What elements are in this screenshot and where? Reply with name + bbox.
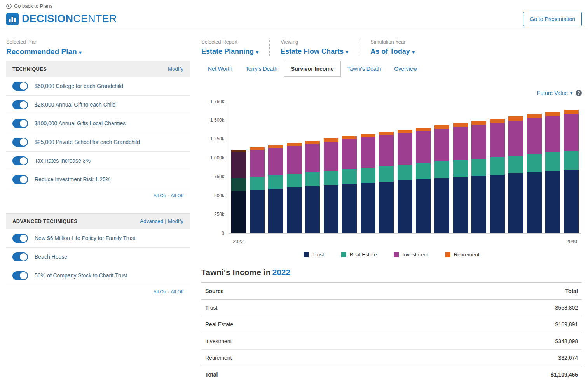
income-bar-2025[interactable] [287,102,302,233]
income-table-total-row: Total $1,109,465 [201,366,582,383]
segment-real-estate [287,174,302,187]
back-link-label: Go back to Plans [14,3,52,9]
top-bar: Go back to Plans DECISIONCENTER Go to Pr… [0,0,588,30]
techniques-all-off-link[interactable]: All Off [171,193,183,198]
technique-row: Tax Rates Increase 3% [6,152,190,170]
segment-trust [527,172,542,233]
income-bar-2029[interactable] [361,102,375,233]
tab-terry-s-death[interactable]: Terry's Death [239,61,284,76]
technique-toggle[interactable] [12,175,28,184]
sidebar-section-gap [6,202,190,213]
technique-row: $60,000 College for each Grandchild [6,77,190,96]
go-to-presentation-button[interactable]: Go to Presentation [523,12,582,26]
segment-investment [434,129,449,161]
toggle-knob [20,101,27,109]
segment-real-estate [508,156,523,173]
technique-toggle[interactable] [12,252,28,261]
app-logo: DECISIONCENTER [6,13,117,25]
techniques-all-on-link[interactable]: All On [154,193,166,198]
legend-item-investment: Investment [394,252,428,258]
back-arrow-icon [6,4,12,9]
chevron-down-icon: ▾ [346,49,348,55]
income-bar-2035[interactable] [471,102,486,233]
technique-label: New $6 Million Life Policy for Family Tr… [35,235,135,241]
technique-row: $25,000 Private School for each Grandchi… [6,133,190,152]
income-table: Source Total Trust$558,802Real Estate$16… [201,283,582,383]
segment-investment [545,116,560,152]
segment-retirement [305,141,320,144]
y-axis-tick-label: 750k [214,174,224,179]
segment-trust [416,179,431,233]
segment-real-estate [471,159,486,176]
income-bar-2039[interactable] [545,102,560,233]
y-axis-tick-label: 500k [214,193,224,198]
tab-overview[interactable]: Overview [387,61,423,76]
technique-toggle[interactable] [12,100,28,109]
income-bar-2038[interactable] [527,102,542,233]
income-bar-2037[interactable] [508,102,523,233]
technique-row: Reduce Investment Risk 1.25% [6,170,190,189]
income-bar-2030[interactable] [379,102,394,233]
advanced-all-on-link[interactable]: All On [154,289,166,294]
plan-sidebar: Selected Plan Recommended Plan▾ TECHNIQU… [6,30,190,383]
technique-toggle[interactable] [12,234,28,243]
segment-trust [324,185,338,233]
report-group-dropdown[interactable]: As of Today▾ [370,47,415,56]
report-group-simulation-year: Simulation YearAs of Today▾ [359,39,426,56]
toggle-knob [20,176,27,183]
income-bar-2040[interactable] [564,102,579,233]
segment-real-estate [453,160,468,177]
income-table-header: Source Total [201,283,582,300]
advanced-modify-link[interactable]: Advanced | Modify [140,218,183,224]
legend-item-retirement: Retirement [445,252,480,258]
income-bar-2034[interactable] [453,102,468,233]
segment-investment [231,152,246,178]
total-row-label: Total [205,371,218,378]
technique-toggle[interactable] [12,271,28,280]
segment-retirement [508,116,523,121]
legend-label: Trust [312,252,324,258]
tab-net-worth[interactable]: Net Worth [201,61,239,76]
technique-toggle[interactable] [12,119,28,128]
technique-toggle[interactable] [12,138,28,147]
technique-toggle[interactable] [12,156,28,165]
go-back-link[interactable]: Go back to Plans [6,3,52,9]
x-axis-start-label: 2022 [230,239,246,244]
logo-secondary: CENTER [73,13,117,25]
income-bar-2027[interactable] [324,102,338,233]
segment-real-estate [416,163,431,179]
income-bar-2023[interactable] [250,102,265,233]
report-group-dropdown[interactable]: Estate Planning▾ [201,47,258,56]
income-bar-2033[interactable] [434,102,449,233]
toggle-knob [20,272,27,279]
income-row-total: $169,891 [555,321,578,328]
report-group-dropdown[interactable]: Estate Flow Charts▾ [281,47,348,56]
advanced-all-off-link[interactable]: All Off [171,289,183,294]
income-bar-2022[interactable] [231,102,246,233]
tab-tawni-s-death[interactable]: Tawni's Death [341,61,388,76]
technique-label: $25,000 Private School for each Grandchi… [35,139,140,145]
income-bar-2032[interactable] [416,102,431,233]
report-group-value: As of Today [370,47,410,55]
help-icon[interactable]: ? [576,90,582,96]
legend-swatch-investment [394,252,399,257]
modify-techniques-link[interactable]: Modify [168,66,183,72]
income-row-total: $348,098 [555,338,578,344]
report-group-label: Viewing [281,39,348,45]
segment-trust [508,173,523,233]
income-bar-2024[interactable] [268,102,283,233]
future-value-dropdown[interactable]: Future Value▾ [537,90,572,96]
selected-plan-dropdown[interactable]: Recommended Plan▾ [6,47,190,56]
income-row-total: $32,674 [558,355,578,361]
income-bar-2031[interactable] [398,102,412,233]
income-row-real-estate: Real Estate$169,891 [201,316,582,333]
segment-trust [250,190,265,233]
segment-trust [231,191,246,233]
segment-investment [305,144,320,172]
technique-toggle[interactable] [12,82,28,91]
segment-trust [398,180,412,233]
income-bar-2028[interactable] [342,102,357,233]
income-bar-2026[interactable] [305,102,320,233]
tab-survivor-income[interactable]: Survivor Income [284,61,341,77]
income-bar-2036[interactable] [490,102,505,233]
